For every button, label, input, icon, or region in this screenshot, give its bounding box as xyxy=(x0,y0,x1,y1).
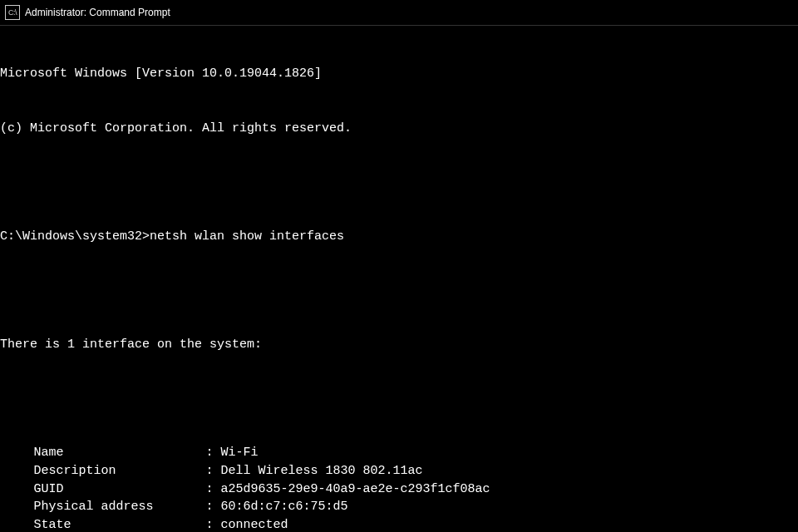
prop-value: 60:6d:c7:c6:75:d5 xyxy=(221,498,348,516)
prop-line: GUID:a25d9635-29e9-40a9-ae2e-c293f1cf08a… xyxy=(0,480,798,499)
prop-line: Name:Wi-Fi xyxy=(0,444,798,462)
prop-value: Dell Wireless 1830 802.11ac xyxy=(221,462,423,480)
prop-key: GUID xyxy=(34,480,206,499)
prop-line: Physical address:60:6d:c7:c6:75:d5 xyxy=(0,498,798,516)
prop-sep: : xyxy=(206,444,221,462)
terminal-output[interactable]: Microsoft Windows [Version 10.0.19044.18… xyxy=(0,26,798,532)
blank-line xyxy=(0,282,798,300)
prop-sep: : xyxy=(206,462,221,480)
prompt-line: C:\Windows\system32>netsh wlan show inte… xyxy=(0,228,798,246)
window-title: Administrator: Command Prompt xyxy=(25,7,170,18)
prop-key: Description xyxy=(34,462,206,480)
window-titlebar[interactable]: C:\ Administrator: Command Prompt xyxy=(0,0,798,26)
blank-line xyxy=(0,390,798,408)
prop-value: Wi-Fi xyxy=(221,444,259,462)
prop-sep: : xyxy=(206,516,221,532)
prop-key: State xyxy=(34,516,206,532)
blank-line xyxy=(0,174,798,192)
intro-line: There is 1 interface on the system: xyxy=(0,336,798,354)
header-line-2: (c) Microsoft Corporation. All rights re… xyxy=(0,120,798,138)
prop-value: a25d9635-29e9-40a9-ae2e-c293f1cf08ac xyxy=(221,480,490,499)
prop-sep: : xyxy=(206,498,221,516)
prop-line: State:connected xyxy=(0,516,798,532)
cmd-icon: C:\ xyxy=(5,5,20,20)
prop-key: Name xyxy=(34,444,206,462)
header-line-1: Microsoft Windows [Version 10.0.19044.18… xyxy=(0,65,798,83)
prompt-path: C:\Windows\system32> xyxy=(0,228,150,246)
prop-sep: : xyxy=(206,480,221,499)
prop-value: connected xyxy=(221,516,288,532)
prompt-command: netsh wlan show interfaces xyxy=(150,228,344,246)
prop-line: Description:Dell Wireless 1830 802.11ac xyxy=(0,462,798,480)
prop-key: Physical address xyxy=(34,498,206,516)
